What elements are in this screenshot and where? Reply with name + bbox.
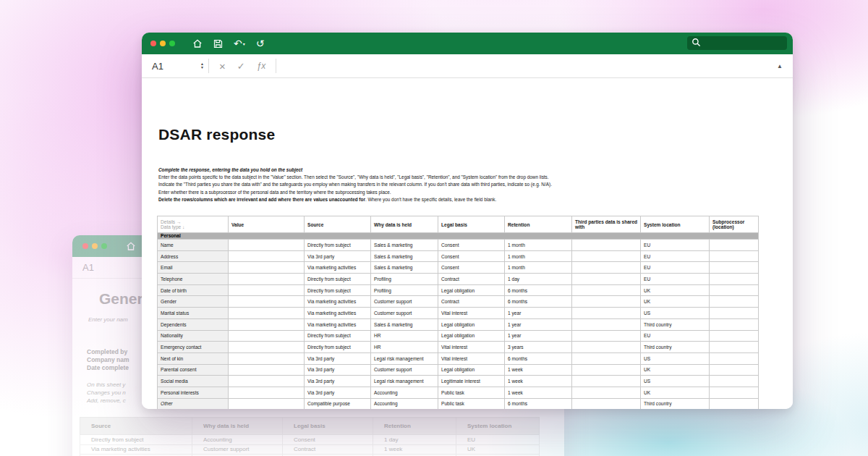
cell[interactable] xyxy=(572,250,641,262)
cell[interactable]: Directly from subject xyxy=(305,240,371,251)
close-window-button[interactable] xyxy=(150,41,156,46)
row-label-cell[interactable]: Date of birth xyxy=(158,284,229,296)
cell[interactable] xyxy=(710,274,759,285)
cell[interactable]: EU xyxy=(641,274,710,285)
cell[interactable] xyxy=(229,318,305,330)
cell[interactable] xyxy=(229,308,305,319)
cell[interactable] xyxy=(229,250,305,262)
cell[interactable]: Directly from subject xyxy=(305,274,371,285)
cell[interactable] xyxy=(710,262,759,274)
cell[interactable]: 6 months xyxy=(505,284,572,296)
cell[interactable] xyxy=(710,376,759,387)
cell[interactable] xyxy=(710,308,759,319)
column-header[interactable]: Retention xyxy=(505,216,572,233)
cell[interactable]: Compatible purpose xyxy=(305,398,371,409)
row-label-cell[interactable]: Marital status xyxy=(158,308,229,319)
cell[interactable]: 1 month xyxy=(505,240,572,251)
cell[interactable]: 1 day xyxy=(505,274,572,285)
cell[interactable]: Public task xyxy=(438,398,505,409)
cell[interactable]: Consent xyxy=(438,240,505,251)
cell[interactable]: Directly from subject xyxy=(305,342,371,353)
cell[interactable]: Sales & marketing xyxy=(371,240,438,251)
cell[interactable]: Via marketing activities xyxy=(305,308,371,319)
home-icon[interactable] xyxy=(126,241,136,251)
cell[interactable] xyxy=(572,376,641,387)
cell[interactable]: HR xyxy=(371,330,438,342)
column-header[interactable]: Third parties data is shared with xyxy=(572,216,641,233)
row-label-cell[interactable]: Email xyxy=(158,262,229,274)
cell[interactable] xyxy=(710,240,759,251)
cell[interactable]: UK xyxy=(641,296,710,308)
cancel-icon[interactable]: × xyxy=(219,60,226,72)
cell[interactable]: Vital interest xyxy=(438,308,505,319)
cell[interactable]: US xyxy=(641,308,710,319)
home-icon[interactable] xyxy=(192,38,203,48)
cell[interactable]: Via marketing activities xyxy=(305,262,371,274)
cell[interactable] xyxy=(572,284,641,296)
row-label-cell[interactable]: Emergency contact xyxy=(158,342,229,353)
search-input[interactable] xyxy=(687,36,787,50)
row-label-cell[interactable]: Next of kin xyxy=(158,352,229,364)
row-label-cell[interactable]: Telephone xyxy=(158,274,229,285)
cell[interactable]: Legitimate interest xyxy=(438,376,505,387)
insert-function-icon[interactable]: ƒx xyxy=(257,61,266,71)
column-header[interactable]: Source xyxy=(305,216,371,233)
cell[interactable]: 3 years xyxy=(505,342,572,353)
cell[interactable] xyxy=(710,330,759,342)
cell[interactable]: Legal obligation xyxy=(438,284,505,296)
cell[interactable] xyxy=(229,342,305,353)
column-header[interactable]: Value xyxy=(229,216,305,233)
cell[interactable] xyxy=(229,364,305,376)
cell[interactable]: 1 month xyxy=(505,262,572,274)
cell[interactable]: Vital interest xyxy=(438,352,505,364)
cell[interactable]: 6 months xyxy=(505,398,572,409)
cell[interactable]: 1 year xyxy=(505,308,572,319)
cell[interactable]: Via marketing activities xyxy=(305,318,371,330)
cell[interactable] xyxy=(572,262,641,274)
row-label-cell[interactable]: Social media xyxy=(158,376,229,387)
cell[interactable]: Sales & marketing xyxy=(371,318,438,330)
cell[interactable] xyxy=(572,240,641,251)
cell[interactable]: Third country xyxy=(641,342,710,353)
cell[interactable]: Customer support xyxy=(371,364,438,376)
cell[interactable] xyxy=(229,376,305,387)
section-label[interactable]: Personal xyxy=(158,233,759,240)
chevron-down-icon[interactable]: ▾ xyxy=(243,42,245,48)
cell[interactable]: UK xyxy=(641,284,710,296)
cell[interactable] xyxy=(229,296,305,308)
cell[interactable]: Consent xyxy=(438,250,505,262)
cell[interactable]: Third country xyxy=(641,318,710,330)
redo-icon[interactable]: ↺ xyxy=(256,38,265,48)
column-header[interactable]: Why data is held xyxy=(371,216,438,233)
column-header[interactable]: Subprocessor (location) xyxy=(710,216,759,233)
cell[interactable] xyxy=(710,296,759,308)
cell[interactable]: UK xyxy=(641,387,710,398)
cell[interactable]: Via 3rd party xyxy=(305,352,371,364)
cell[interactable]: Directly from subject xyxy=(305,284,371,296)
cell[interactable] xyxy=(572,352,641,364)
cell[interactable]: Contract xyxy=(438,274,505,285)
cell[interactable]: Directly from subject xyxy=(305,330,371,342)
collapse-formula-bar-icon[interactable]: ▲ xyxy=(777,63,783,69)
column-header[interactable]: System location xyxy=(641,216,710,233)
row-label-cell[interactable]: Other xyxy=(158,398,229,409)
cell[interactable]: US xyxy=(641,352,710,364)
cell[interactable]: Sales & marketing xyxy=(371,262,438,274)
cell[interactable]: Consent xyxy=(438,262,505,274)
cell[interactable]: EU xyxy=(641,250,710,262)
cell[interactable]: UK xyxy=(641,364,710,376)
cell[interactable] xyxy=(710,398,759,409)
cell[interactable]: 1 week xyxy=(505,376,572,387)
zoom-window-button[interactable] xyxy=(101,243,107,249)
cell[interactable]: Public task xyxy=(438,387,505,398)
minimize-window-button[interactable] xyxy=(92,243,98,249)
cell[interactable]: 6 months xyxy=(505,296,572,308)
cell[interactable] xyxy=(572,308,641,319)
row-label-cell[interactable]: Parental consent xyxy=(158,364,229,376)
cell[interactable]: Legal obligation xyxy=(438,318,505,330)
cell[interactable]: Legal risk management xyxy=(371,352,438,364)
cell[interactable] xyxy=(572,398,641,409)
cell[interactable] xyxy=(229,240,305,251)
cell[interactable]: 1 week xyxy=(505,364,572,376)
cell[interactable]: US xyxy=(641,376,710,387)
